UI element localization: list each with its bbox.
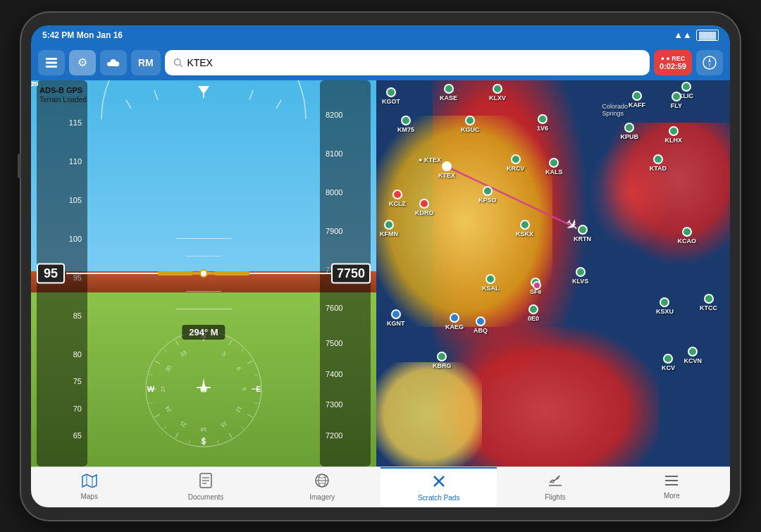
airport-KPUB[interactable]: KPUB: [620, 123, 638, 140]
aircraft-wings: [154, 259, 253, 287]
airport-KLHX[interactable]: KLHX: [665, 126, 683, 144]
search-input[interactable]: [187, 57, 641, 68]
airport-KFMN[interactable]: KFMN: [380, 220, 398, 237]
airport-KBRG[interactable]: KBRG: [433, 352, 452, 369]
settings-button[interactable]: ⚙: [69, 50, 96, 75]
scratch-pads-icon: [431, 474, 447, 493]
airport-0E0[interactable]: 0E0: [528, 304, 539, 322]
alt-8100: 8100: [326, 149, 342, 158]
tab-more[interactable]: More: [614, 467, 730, 507]
airport-KGUC[interactable]: KGUC: [461, 116, 480, 133]
pitch-line-down2: [186, 291, 221, 292]
svg-text:24: 24: [164, 404, 173, 414]
tab-flights-label: Flights: [545, 493, 565, 501]
tab-documents[interactable]: Documents: [147, 467, 264, 507]
layers-button[interactable]: [38, 50, 65, 75]
ahrs-panel: ADS-B GPS Terrain Loaded 20 20 20 20 10 …: [31, 80, 376, 466]
airport-KSAL[interactable]: KSAL: [482, 274, 500, 292]
svg-text:12: 12: [234, 404, 243, 414]
airport-KLXV[interactable]: KLXV: [489, 84, 506, 101]
altitude-value: 7750: [331, 263, 371, 283]
svg-line-46: [163, 349, 166, 352]
airport-KCAO[interactable]: KCAO: [678, 227, 697, 245]
airport-KALS[interactable]: KALS: [545, 158, 563, 175]
airport-KDRO[interactable]: KDRO: [415, 199, 434, 216]
airport-KM75[interactable]: KM75: [397, 116, 414, 133]
compass-rose: N S W E: [140, 326, 267, 452]
svg-text:30: 30: [164, 364, 173, 373]
tab-more-label: More: [664, 492, 680, 500]
airport-KCVN[interactable]: KCVN: [683, 347, 702, 364]
alt-7300: 7300: [326, 400, 342, 409]
alt-8000: 8000: [326, 188, 342, 197]
as-100: 100: [69, 235, 82, 243]
svg-line-28: [229, 340, 232, 345]
maps-icon: [82, 474, 97, 491]
svg-line-45: [149, 374, 153, 375]
tab-maps[interactable]: Maps: [31, 467, 147, 507]
record-time: 0:02:59: [660, 62, 686, 70]
svg-line-44: [149, 402, 153, 403]
airport-KGNT[interactable]: KGNT: [387, 309, 405, 327]
svg-text:33: 33: [179, 349, 188, 358]
heading-triangle: [198, 86, 209, 94]
more-icon: [664, 474, 679, 490]
airport-KCLZ[interactable]: KCLZ: [389, 190, 406, 207]
alt-7600: 7600: [326, 304, 342, 312]
svg-text:15: 15: [219, 419, 228, 428]
svg-line-41: [217, 440, 218, 443]
airport-KTEX[interactable]: KTEX: [438, 161, 455, 179]
airport-KAEG[interactable]: KAEG: [445, 313, 464, 330]
compass-button[interactable]: [696, 50, 723, 75]
record-button[interactable]: ●● REC 0:02:59: [654, 50, 692, 75]
svg-line-10: [249, 90, 253, 100]
weather-button[interactable]: [100, 50, 127, 75]
as-80: 80: [73, 350, 82, 359]
svg-rect-16: [193, 272, 200, 275]
svg-point-15: [200, 270, 207, 277]
airport-1V6[interactable]: 1V6: [537, 114, 548, 132]
pitch-10-right2: 10: [31, 80, 38, 87]
main-content: ADS-B GPS Terrain Loaded 20 20 20 20 10 …: [31, 80, 730, 466]
airport-ABQ[interactable]: ABQ: [474, 316, 488, 334]
svg-text:27: 27: [160, 385, 166, 392]
svg-line-34: [155, 361, 160, 364]
pitch-line-down: [175, 309, 232, 309]
alt-7500: 7500: [326, 339, 342, 347]
airport-KRCV[interactable]: KRCV: [507, 154, 525, 172]
svg-line-29: [247, 361, 252, 364]
as-85: 85: [73, 311, 82, 320]
svg-line-9: [154, 90, 158, 100]
airspeed-value: 95: [37, 263, 65, 283]
airport-KTAD[interactable]: KTAD: [650, 154, 667, 172]
airport-KGOT[interactable]: KGOT: [382, 87, 400, 105]
tab-imagery[interactable]: Imagery: [264, 467, 380, 507]
as-65: 65: [73, 431, 82, 440]
airport-KSKX[interactable]: KSKX: [516, 220, 533, 237]
svg-line-43: [163, 426, 166, 429]
flights-icon: [547, 473, 563, 492]
airport-KASE[interactable]: KASE: [440, 84, 457, 101]
svg-text:18: 18: [200, 426, 206, 433]
imagery-icon: [314, 473, 330, 492]
screen: 5:42 PM Mon Jan 16 ▲▲ ▓▓▓ ⚙ RM: [31, 25, 730, 507]
tab-flights[interactable]: Flights: [497, 467, 613, 507]
airport-KCV[interactable]: KCV: [662, 354, 675, 371]
tab-scratch-pads[interactable]: Scratch Pads: [380, 467, 497, 507]
svg-point-3: [174, 58, 180, 65]
airport-KSXU[interactable]: KSXU: [656, 297, 674, 315]
alt-7400: 7400: [326, 370, 342, 378]
airport-KPSO[interactable]: KPSO: [478, 186, 497, 204]
svg-line-35: [175, 340, 178, 345]
airport-KTCC[interactable]: KTCC: [700, 294, 717, 311]
svg-text:21: 21: [179, 419, 188, 428]
svg-text:9: 9: [241, 387, 247, 390]
svg-line-42: [189, 440, 190, 443]
airport-FLY[interactable]: FLY: [671, 92, 682, 109]
tab-bar: Maps Documents: [31, 466, 730, 507]
airport-KAFF[interactable]: KAFF: [629, 91, 645, 109]
rm-button[interactable]: RM: [131, 50, 161, 75]
device-frame: 5:42 PM Mon Jan 16 ▲▲ ▓▓▓ ⚙ RM: [21, 13, 740, 520]
status-bar: 5:42 PM Mon Jan 16 ▲▲ ▓▓▓: [31, 25, 730, 45]
airport-KLVS[interactable]: KLVS: [572, 267, 588, 285]
